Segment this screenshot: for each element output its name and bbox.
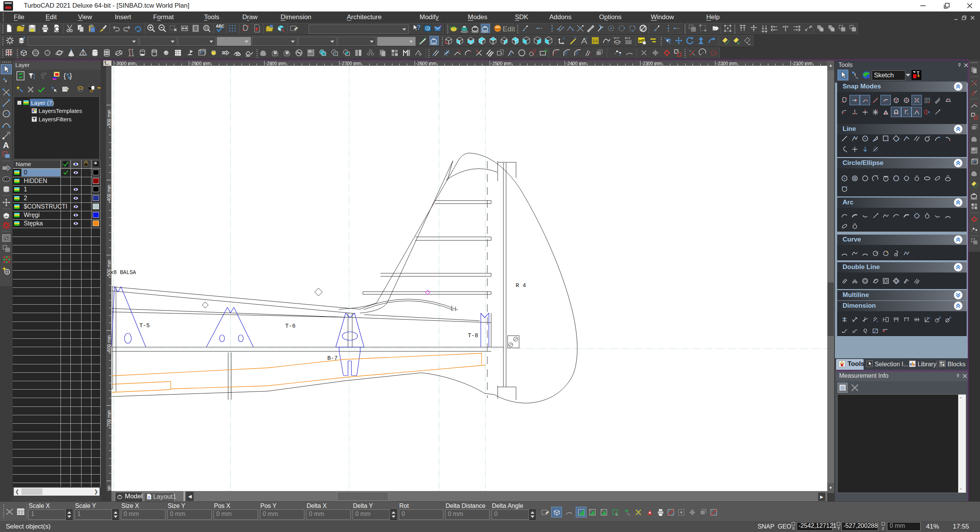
svg-text:T-8: T-8 xyxy=(468,333,478,339)
svg-text:V=?: V=? xyxy=(614,36,619,40)
svg-text:x8 BALSA: x8 BALSA xyxy=(111,269,136,276)
svg-text:D: D xyxy=(949,316,951,319)
svg-text:R 4: R 4 xyxy=(516,282,526,289)
svg-text:?: ? xyxy=(574,36,577,41)
svg-text:{: { xyxy=(64,72,66,80)
svg-text:3D: 3D xyxy=(222,51,227,55)
svg-text:A: A xyxy=(928,317,930,319)
svg-text:1: 1 xyxy=(148,495,150,499)
svg-text:?: ? xyxy=(607,41,609,44)
svg-text:R: R xyxy=(939,316,941,319)
svg-text:T-6: T-6 xyxy=(285,323,296,330)
svg-text:3D: 3D xyxy=(246,54,250,57)
svg-text:T-5: T-5 xyxy=(139,323,150,329)
svg-text:ABC: ABC xyxy=(216,24,224,28)
svg-text:Q: Q xyxy=(864,328,867,333)
svg-text:@: @ xyxy=(426,26,430,31)
svg-text:3D: 3D xyxy=(235,52,240,57)
svg-text:}: } xyxy=(70,72,72,80)
svg-text:?: ? xyxy=(416,24,421,31)
svg-text:x: x xyxy=(563,36,565,40)
svg-text:S=1: S=1 xyxy=(625,36,630,40)
svg-text:3D: 3D xyxy=(2,166,8,170)
svg-text:A: A xyxy=(3,140,9,150)
svg-text:B-7: B-7 xyxy=(327,355,338,362)
svg-text:?: ? xyxy=(585,37,587,41)
svg-text:[=1: [=1 xyxy=(593,39,598,43)
